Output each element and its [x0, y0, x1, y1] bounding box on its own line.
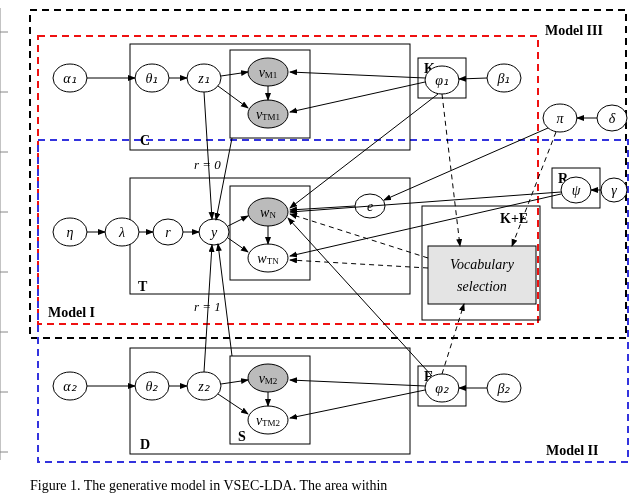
plate-T-label: T	[138, 279, 148, 294]
r0-label: r = 0	[194, 157, 221, 172]
node-pi-text: π	[556, 111, 564, 126]
edge	[442, 94, 460, 246]
plate-D-label: D	[140, 437, 150, 452]
node-psi-text: ψ	[572, 183, 581, 198]
edge	[512, 132, 556, 246]
edge	[459, 78, 487, 79]
node-phi2-text: φ₂	[435, 381, 449, 396]
node-phi1-text: φ₁	[435, 73, 449, 88]
edge	[218, 86, 248, 108]
model3-box	[30, 10, 626, 338]
node-z1-text: z₁	[197, 71, 209, 86]
edge	[218, 394, 248, 414]
vocab-text1: Vocabulary	[450, 257, 515, 272]
plate-S-label: S	[238, 429, 246, 444]
model2-label: Model II	[546, 443, 599, 458]
node-lambda-text: λ	[118, 225, 125, 240]
plate-KE-label: K+E	[500, 211, 528, 226]
edge	[221, 72, 248, 76]
model1-label: Model I	[48, 305, 95, 320]
node-delta-text: δ	[609, 111, 616, 126]
node-theta1-text: θ₁	[146, 71, 159, 86]
node-a1-text: α₁	[63, 71, 76, 86]
node-theta2-text: θ₂	[146, 379, 159, 394]
edge	[290, 94, 438, 208]
edge	[384, 128, 548, 200]
node-beta1-text: β₁	[497, 71, 511, 86]
node-z2-text: z₂	[197, 379, 209, 394]
edge	[204, 92, 212, 219]
plate-C-label: C	[140, 133, 150, 148]
vocab-text2: selection	[457, 279, 507, 294]
edge	[228, 238, 248, 252]
model3-label: Model III	[545, 23, 603, 38]
node-a2-text: α₂	[63, 379, 76, 394]
vocab-box	[428, 246, 536, 304]
edge	[221, 380, 248, 384]
figure-caption: Figure 1. The generative model in VSEC-L…	[30, 478, 387, 493]
node-eta-text: η	[67, 225, 74, 240]
node-gamma-text: γ	[611, 183, 617, 198]
edge	[290, 192, 561, 212]
node-r-text: r	[165, 225, 171, 240]
edge	[228, 216, 248, 226]
node-y-text: y	[209, 225, 218, 240]
node-beta2-text: β₂	[497, 381, 511, 396]
edge	[290, 260, 428, 268]
